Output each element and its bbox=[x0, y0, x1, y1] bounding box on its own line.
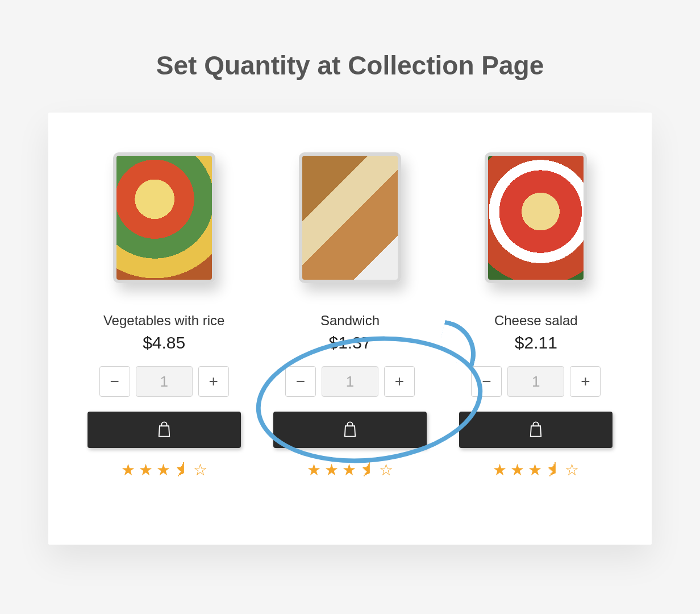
quantity-stepper: − + bbox=[99, 366, 229, 397]
star-half-icon: ⯨ bbox=[545, 460, 561, 479]
rating-stars: ★ ★ ★ ⯨ ☆ bbox=[493, 460, 579, 479]
collection-card: Vegetables with rice $4.85 − + ★ ★ ★ ⯨ ☆ bbox=[48, 113, 652, 545]
product-name: Sandwich bbox=[320, 313, 380, 329]
page-title: Set Quantity at Collection Page bbox=[0, 0, 700, 113]
quantity-stepper: − + bbox=[285, 366, 415, 397]
quantity-increment-button[interactable]: + bbox=[570, 366, 601, 397]
quantity-input[interactable] bbox=[136, 366, 193, 397]
quantity-input[interactable] bbox=[507, 366, 564, 397]
star-full-icon: ★ bbox=[121, 460, 135, 479]
star-half-icon: ⯨ bbox=[360, 460, 376, 479]
product-image[interactable] bbox=[113, 152, 215, 283]
quantity-increment-button[interactable]: + bbox=[384, 366, 415, 397]
product-name: Vegetables with rice bbox=[103, 313, 224, 329]
star-full-icon: ★ bbox=[510, 460, 524, 479]
rating-stars: ★ ★ ★ ⯨ ☆ bbox=[121, 460, 207, 479]
add-to-cart-button[interactable] bbox=[88, 412, 241, 448]
product-card: Cheese salad $2.11 − + ★ ★ ★ ⯨ ☆ bbox=[455, 152, 618, 479]
quantity-increment-button[interactable]: + bbox=[198, 366, 229, 397]
quantity-decrement-button[interactable]: − bbox=[285, 366, 316, 397]
product-image[interactable] bbox=[299, 152, 401, 283]
add-to-cart-button[interactable] bbox=[273, 412, 427, 448]
quantity-decrement-button[interactable]: − bbox=[471, 366, 502, 397]
star-full-icon: ★ bbox=[342, 460, 356, 479]
star-half-icon: ⯨ bbox=[174, 460, 190, 479]
product-card: Sandwich $1.37 − + ★ ★ ★ ⯨ ☆ bbox=[268, 152, 431, 479]
quantity-stepper: − + bbox=[471, 366, 601, 397]
product-price: $4.85 bbox=[143, 333, 185, 352]
star-empty-icon: ☆ bbox=[379, 460, 393, 479]
star-empty-icon: ☆ bbox=[193, 460, 207, 479]
shopping-bag-icon bbox=[342, 421, 358, 439]
product-grid: Vegetables with rice $4.85 − + ★ ★ ★ ⯨ ☆ bbox=[82, 152, 618, 479]
product-card: Vegetables with rice $4.85 − + ★ ★ ★ ⯨ ☆ bbox=[82, 152, 245, 479]
rating-stars: ★ ★ ★ ⯨ ☆ bbox=[307, 460, 393, 479]
quantity-decrement-button[interactable]: − bbox=[99, 366, 130, 397]
star-full-icon: ★ bbox=[493, 460, 507, 479]
star-full-icon: ★ bbox=[139, 460, 153, 479]
shopping-bag-icon bbox=[528, 421, 544, 439]
product-price: $2.11 bbox=[515, 333, 557, 352]
quantity-input[interactable] bbox=[322, 366, 378, 397]
star-full-icon: ★ bbox=[156, 460, 170, 479]
product-price: $1.37 bbox=[328, 333, 371, 352]
star-full-icon: ★ bbox=[528, 460, 542, 479]
product-name: Cheese salad bbox=[494, 313, 578, 329]
shopping-bag-icon bbox=[156, 421, 172, 439]
product-image[interactable] bbox=[485, 152, 587, 283]
star-empty-icon: ☆ bbox=[565, 460, 579, 479]
star-full-icon: ★ bbox=[307, 460, 321, 479]
add-to-cart-button[interactable] bbox=[459, 412, 612, 448]
star-full-icon: ★ bbox=[324, 460, 339, 479]
